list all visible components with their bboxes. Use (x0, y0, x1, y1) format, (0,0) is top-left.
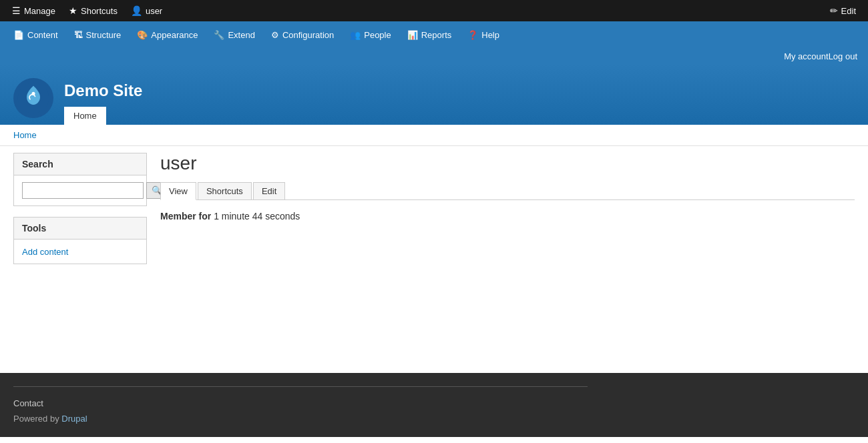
nav-appearance[interactable]: 🎨 Appearance (129, 21, 206, 48)
tab-view[interactable]: View (160, 182, 196, 200)
reports-icon: 📊 (407, 30, 418, 40)
secondary-nav: 📄 Content 🏗 Structure 🎨 Appearance 🔧 Ext… (0, 21, 868, 48)
content-tabs: View Shortcuts Edit (160, 182, 855, 200)
footer-powered: Powered by Drupal (13, 414, 855, 424)
nav-people[interactable]: 👥 People (342, 21, 399, 48)
site-name: Demo Site (64, 81, 142, 100)
log-out-link[interactable]: Log out (829, 51, 857, 61)
site-name-nav: Demo Site Home (64, 81, 142, 125)
nav-content[interactable]: 📄 Content (5, 21, 66, 48)
admin-toolbar: ☰ Manage ★ Shortcuts 👤 user ✏ Edit (0, 0, 868, 21)
people-icon: 👥 (350, 30, 361, 40)
member-duration: 1 minute 44 seconds (214, 211, 300, 222)
toolbar-user[interactable]: 👤 user (124, 0, 169, 21)
my-account-link[interactable]: My account (784, 51, 828, 61)
appearance-icon: 🎨 (137, 30, 148, 40)
help-icon: ❓ (467, 30, 478, 40)
breadcrumb: Home (0, 125, 868, 146)
site-logo[interactable] (13, 78, 53, 118)
site-nav: Home (64, 107, 142, 125)
toolbar-manage[interactable]: ☰ Manage (5, 0, 62, 21)
search-form: 🔍 (22, 182, 138, 199)
configuration-icon: ⚙ (271, 30, 279, 40)
footer: Contact Powered by Drupal (0, 373, 868, 437)
svg-point-1 (32, 92, 35, 95)
member-for-text: Member for 1 minute 44 seconds (160, 211, 855, 222)
main-layout: Search 🔍 Tools Add content user View Sho (0, 146, 868, 346)
search-block-content: 🔍 (14, 175, 146, 205)
shortcuts-icon: ★ (69, 5, 77, 16)
tab-edit[interactable]: Edit (253, 182, 285, 199)
tab-shortcuts[interactable]: Shortcuts (198, 182, 252, 199)
drupal-link[interactable]: Drupal (61, 414, 87, 424)
page-title: user (160, 153, 855, 174)
nav-extend[interactable]: 🔧 Extend (206, 21, 262, 48)
extend-icon: 🔧 (214, 30, 224, 40)
search-block-title: Search (14, 153, 146, 175)
toolbar-edit[interactable]: ✏ Edit (823, 0, 863, 21)
edit-pencil-icon: ✏ (830, 5, 838, 16)
footer-contact-link[interactable]: Contact (13, 398, 43, 408)
site-nav-home[interactable]: Home (64, 107, 106, 125)
content-icon: 📄 (13, 30, 24, 40)
manage-icon: ☰ (12, 5, 21, 16)
search-input[interactable] (22, 182, 144, 199)
nav-structure[interactable]: 🏗 Structure (66, 21, 130, 48)
member-for-label: Member for (160, 211, 211, 222)
nav-configuration[interactable]: ⚙ Configuration (263, 21, 342, 48)
toolbar-shortcuts[interactable]: ★ Shortcuts (62, 0, 124, 21)
sidebar: Search 🔍 Tools Add content (13, 153, 147, 340)
drupal-logo-svg (17, 81, 50, 115)
search-block: Search 🔍 (13, 153, 147, 206)
nav-help[interactable]: ❓ Help (459, 21, 507, 48)
site-header: Demo Site Home (0, 65, 868, 125)
footer-divider (13, 386, 588, 387)
breadcrumb-home-link[interactable]: Home (13, 130, 37, 140)
tools-block: Tools Add content (13, 217, 147, 264)
top-user-links: My account Log out (0, 48, 868, 65)
user-icon: 👤 (131, 5, 142, 16)
tools-block-content: Add content (14, 240, 146, 264)
content-area: user View Shortcuts Edit Member for 1 mi… (160, 153, 855, 340)
nav-reports[interactable]: 📊 Reports (399, 21, 460, 48)
add-content-link[interactable]: Add content (22, 247, 68, 257)
tools-block-title: Tools (14, 217, 146, 240)
structure-icon: 🏗 (74, 30, 83, 40)
